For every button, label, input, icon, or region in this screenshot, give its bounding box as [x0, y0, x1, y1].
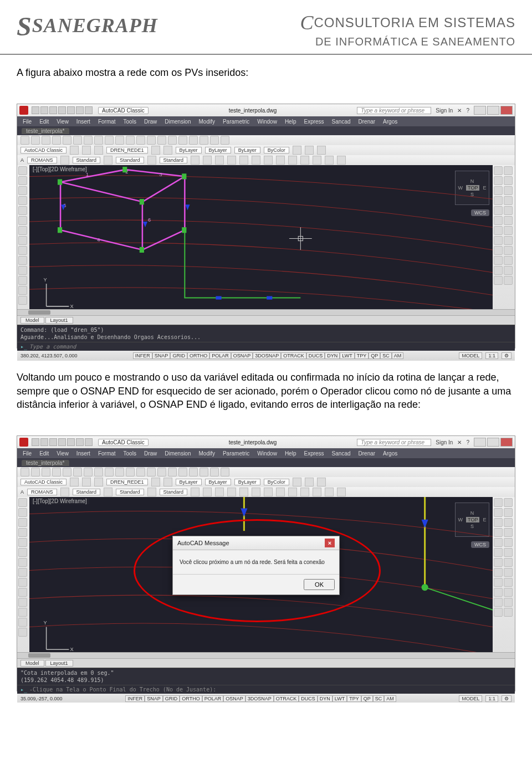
window-controls[interactable] — [474, 106, 513, 115]
tool-icon[interactable] — [18, 538, 27, 547]
document-tabs[interactable]: teste_interpola* — [17, 126, 515, 135]
tool-icon[interactable] — [494, 578, 503, 587]
tab-model[interactable]: Model — [21, 317, 44, 324]
textstyle-dd[interactable]: ROMANS — [27, 489, 57, 495]
left-tool-palette[interactable] — [17, 165, 29, 309]
status-bar[interactable]: 380.202, 4123.507, 0.000 INFER SNAP GRID… — [17, 351, 515, 361]
tool-icon[interactable] — [504, 266, 513, 275]
tool-icon[interactable] — [147, 136, 156, 145]
linetype-dd[interactable]: ByLayer — [205, 479, 231, 485]
tool-icon[interactable] — [163, 146, 172, 155]
tool-icon[interactable] — [221, 468, 229, 476]
layout-tabs[interactable]: Model Layout1 — [17, 315, 515, 325]
tool-icon[interactable] — [300, 156, 309, 165]
plotstyle-dd[interactable]: ByColor — [264, 479, 289, 485]
tool-icon[interactable] — [94, 136, 103, 145]
tablestyle-dd[interactable]: Standard — [116, 157, 144, 163]
tool-icon[interactable] — [189, 468, 198, 476]
tool-icon[interactable] — [504, 226, 513, 235]
tool-icon[interactable] — [18, 266, 27, 275]
close-button[interactable] — [500, 438, 513, 447]
left-tool-palette[interactable] — [17, 497, 29, 652]
tool-icon[interactable] — [63, 468, 71, 476]
maximize-button[interactable] — [487, 106, 499, 115]
doc-tab[interactable]: teste_interpola* — [22, 128, 69, 134]
tool-icon[interactable] — [168, 468, 177, 476]
tool-icon[interactable] — [494, 508, 503, 517]
tool-icon[interactable] — [203, 156, 212, 165]
tool-icon[interactable] — [151, 478, 160, 486]
tool-icon[interactable] — [494, 598, 503, 607]
tool-icon[interactable] — [325, 156, 334, 165]
tool-icon[interactable] — [313, 488, 321, 496]
tool-icon[interactable] — [18, 166, 27, 175]
tool-icon[interactable] — [126, 468, 135, 476]
menu-help[interactable]: Help — [285, 119, 296, 125]
help-search-input[interactable]: Type a keyword or phrase — [357, 107, 431, 114]
layout-tabs[interactable]: Model Layout1 — [17, 658, 515, 668]
status-right[interactable]: MODEL 1:1 ⚙ — [459, 352, 511, 359]
tool-icon[interactable] — [504, 598, 513, 607]
tool-icon[interactable] — [504, 236, 513, 245]
tool-icon[interactable] — [227, 156, 236, 165]
tool-icon[interactable] — [215, 488, 224, 496]
menu-modify[interactable]: Modify — [199, 450, 215, 457]
tool-icon[interactable] — [60, 488, 69, 496]
document-tabs[interactable]: teste_interpola* — [17, 458, 515, 467]
menu-parametric[interactable]: Parametric — [223, 119, 249, 125]
tool-icon[interactable] — [504, 558, 513, 567]
tool-icon[interactable] — [18, 508, 27, 517]
tool-icon[interactable] — [494, 176, 503, 185]
tool-icon[interactable] — [84, 136, 93, 145]
tool-icon[interactable] — [504, 176, 513, 185]
tool-icon[interactable] — [252, 156, 260, 165]
workspace-dd[interactable]: AutoCAD Classic — [21, 479, 66, 485]
menu-sancad[interactable]: Sancad — [332, 450, 351, 457]
tool-icon[interactable] — [494, 538, 503, 547]
minimize-button[interactable] — [474, 438, 486, 447]
tool-icon[interactable] — [504, 608, 513, 617]
tool-icon[interactable] — [494, 206, 503, 215]
menu-draw[interactable]: Draw — [144, 119, 157, 125]
standard-toolbar[interactable] — [17, 135, 515, 145]
menu-window[interactable]: Window — [257, 450, 277, 457]
tool-icon[interactable] — [504, 548, 513, 557]
tool-icon[interactable] — [504, 196, 513, 205]
menu-format[interactable]: Format — [98, 450, 116, 457]
toggle[interactable]: DYN — [318, 695, 332, 702]
menu-insert[interactable]: Insert — [76, 450, 90, 457]
menu-argos[interactable]: Argos — [383, 450, 397, 457]
tool-icon[interactable] — [494, 498, 503, 507]
toggle[interactable]: INFER — [125, 695, 145, 702]
menu-window[interactable]: Window — [257, 119, 277, 125]
toggle[interactable]: GRID — [170, 352, 187, 359]
color-dd[interactable]: ByLayer — [176, 479, 202, 485]
tool-icon[interactable] — [305, 146, 314, 155]
tool-icon[interactable] — [200, 136, 208, 145]
tool-icon[interactable] — [504, 256, 513, 265]
textstyle-dd[interactable]: ROMANS — [27, 157, 57, 163]
tool-icon[interactable] — [18, 176, 27, 185]
tool-icon[interactable] — [200, 468, 208, 476]
tool-icon[interactable] — [52, 136, 61, 145]
tool-icon[interactable] — [252, 488, 260, 496]
tool-icon[interactable] — [18, 226, 27, 235]
tool-icon[interactable] — [504, 528, 513, 537]
linetype-dd[interactable]: ByLayer — [205, 147, 231, 153]
tool-icon[interactable] — [18, 186, 27, 195]
toggle[interactable]: OSNAP — [223, 695, 245, 702]
dimstyle-dd[interactable]: Standard — [73, 489, 101, 495]
tool-icon[interactable] — [178, 136, 187, 145]
tool-icon[interactable] — [337, 488, 346, 496]
tool-icon[interactable] — [82, 478, 91, 486]
toggle[interactable]: LWT — [332, 695, 347, 702]
tool-icon[interactable] — [104, 156, 112, 165]
status-right[interactable]: MODEL 1:1 ⚙ — [459, 695, 511, 702]
tool-icon[interactable] — [147, 488, 156, 496]
tool-icon[interactable] — [191, 488, 200, 496]
tool-icon[interactable] — [18, 498, 27, 507]
toggle[interactable]: ORTHO — [187, 352, 209, 359]
tool-icon[interactable] — [494, 266, 503, 275]
tool-icon[interactable] — [157, 136, 166, 145]
toggle[interactable]: QP — [369, 352, 380, 359]
